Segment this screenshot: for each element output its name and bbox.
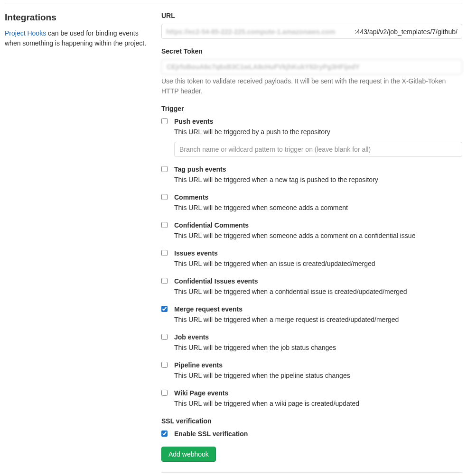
trigger-conf-comments-title: Confidential Comments <box>174 220 462 230</box>
url-input[interactable] <box>161 24 462 39</box>
trigger-issues-checkbox[interactable] <box>161 250 168 256</box>
trigger-comments-title: Comments <box>174 192 462 202</box>
trigger-job-desc: This URL will be triggered when the job … <box>174 343 462 353</box>
trigger-tag-push: Tag push eventsThis URL will be triggere… <box>161 165 462 185</box>
trigger-push-title: Push events <box>174 117 462 127</box>
integrations-heading: Integrations <box>5 11 147 25</box>
trigger-job: Job eventsThis URL will be triggered whe… <box>161 332 462 353</box>
trigger-pipeline: Pipeline eventsThis URL will be triggere… <box>161 360 462 381</box>
trigger-job-checkbox[interactable] <box>161 334 168 340</box>
trigger-comments-desc: This URL will be triggered when someone … <box>174 203 462 213</box>
enable-ssl-checkbox[interactable] <box>161 430 168 437</box>
trigger-pipeline-title: Pipeline events <box>174 360 462 370</box>
trigger-tag-push-desc: This URL will be triggered when a new ta… <box>174 175 462 185</box>
add-webhook-button[interactable]: Add webhook <box>161 447 216 462</box>
url-label: URL <box>161 11 462 21</box>
trigger-push-checkbox[interactable] <box>161 118 168 124</box>
trigger-conf-issues-checkbox[interactable] <box>161 278 168 284</box>
webhook-form: URL https://ec2-54-85-222-225.compute-1.… <box>161 11 462 473</box>
trigger-comments: CommentsThis URL will be triggered when … <box>161 192 462 213</box>
enable-ssl-title: Enable SSL verification <box>174 429 462 439</box>
trigger-wiki-checkbox[interactable] <box>161 390 168 396</box>
settings-sidebar: Integrations Project Hooks can be used f… <box>5 11 147 473</box>
trigger-merge: Merge request eventsThis URL will be tri… <box>161 304 462 325</box>
push-branch-filter-input[interactable] <box>174 142 462 157</box>
trigger-conf-comments: Confidential CommentsThis URL will be tr… <box>161 220 462 241</box>
trigger-tag-push-checkbox[interactable] <box>161 166 168 172</box>
trigger-issues-desc: This URL will be triggered when an issue… <box>174 259 462 269</box>
top-divider <box>5 3 462 3</box>
integrations-description: Project Hooks can be used for binding ev… <box>5 28 147 48</box>
trigger-merge-title: Merge request events <box>174 304 462 314</box>
trigger-issues-title: Issues events <box>174 248 462 258</box>
trigger-issues: Issues eventsThis URL will be triggered … <box>161 248 462 269</box>
secret-token-input[interactable] <box>161 59 462 74</box>
trigger-tag-push-title: Tag push events <box>174 165 462 174</box>
trigger-comments-checkbox[interactable] <box>161 194 168 200</box>
trigger-wiki-title: Wiki Page events <box>174 388 462 398</box>
trigger-job-title: Job events <box>174 332 462 342</box>
trigger-conf-comments-checkbox[interactable] <box>161 222 168 228</box>
trigger-pipeline-checkbox[interactable] <box>161 362 168 368</box>
trigger-push: Push eventsThis URL will be triggered by… <box>161 117 462 157</box>
trigger-conf-issues-desc: This URL will be triggered when a confid… <box>174 287 462 297</box>
trigger-push-desc: This URL will be triggered by a push to … <box>174 127 462 137</box>
trigger-merge-desc: This URL will be triggered when a merge … <box>174 315 462 325</box>
secret-token-help: Use this token to validate received payl… <box>161 76 462 96</box>
trigger-conf-issues: Confidential Issues eventsThis URL will … <box>161 276 462 297</box>
ssl-verification-label: SSL verification <box>161 416 462 426</box>
trigger-pipeline-desc: This URL will be triggered when the pipe… <box>174 371 462 381</box>
trigger-conf-issues-title: Confidential Issues events <box>174 276 462 286</box>
bottom-divider <box>161 472 462 473</box>
trigger-wiki-desc: This URL will be triggered when a wiki p… <box>174 399 462 409</box>
trigger-wiki: Wiki Page eventsThis URL will be trigger… <box>161 388 462 409</box>
trigger-conf-comments-desc: This URL will be triggered when someone … <box>174 231 462 241</box>
trigger-merge-checkbox[interactable] <box>161 306 168 312</box>
trigger-label: Trigger <box>161 104 462 114</box>
project-hooks-link[interactable]: Project Hooks <box>5 29 46 37</box>
secret-token-label: Secret Token <box>161 46 462 56</box>
